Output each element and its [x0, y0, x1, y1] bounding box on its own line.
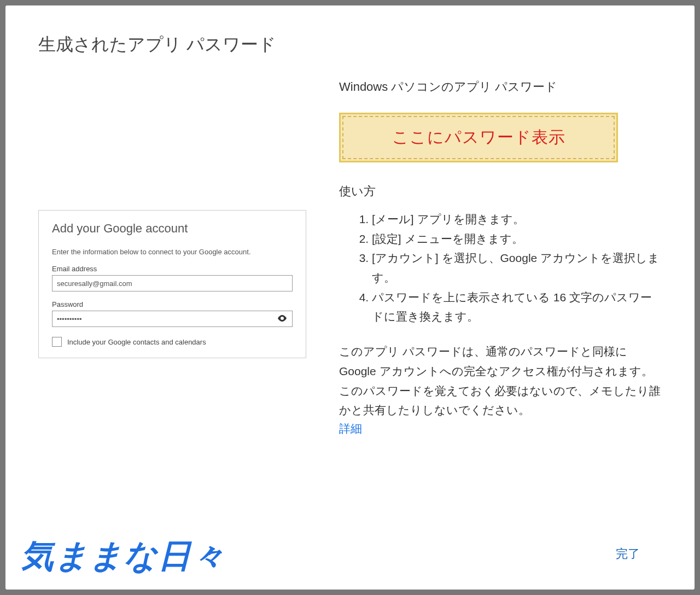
step-item: パスワードを上に表示されている 16 文字のパスワードに置き換えます。	[372, 288, 662, 326]
left-column: Add your Google account Enter the inform…	[38, 79, 306, 436]
step-item: [アカウント] を選択し、Google アカウントを選択します。	[372, 248, 662, 287]
email-label: Email address	[52, 265, 293, 273]
email-field-group: Email address	[52, 265, 293, 291]
steps-list: [メール] アプリを開きます。 [設定] メニューを開きます。 [アカウント] …	[339, 209, 662, 326]
password-display-text: ここにパスワード表示	[392, 128, 565, 146]
watermark-text: 気ままな日々	[21, 534, 226, 579]
password-input[interactable]	[52, 311, 293, 327]
eye-icon[interactable]	[277, 314, 287, 324]
subheading: Windows パソコンのアプリ パスワード	[339, 79, 662, 95]
detail-link[interactable]: 詳細	[339, 422, 362, 435]
password-display-box: ここにパスワード表示	[339, 113, 618, 162]
include-contacts-row[interactable]: Include your Google contacts and calenda…	[52, 337, 293, 347]
email-input[interactable]	[52, 275, 293, 291]
google-account-card: Add your Google account Enter the inform…	[38, 210, 306, 358]
password-label: Password	[52, 300, 293, 308]
done-button[interactable]: 完了	[616, 546, 640, 562]
password-input-wrap	[52, 311, 293, 327]
step-item: [メール] アプリを開きます。	[372, 209, 662, 229]
card-subtitle: Enter the information below to connect t…	[52, 248, 293, 256]
note-text: このアプリ パスワードは、通常のパスワードと同様に Google アカウントへの…	[339, 342, 662, 420]
step-item: [設定] メニューを開きます。	[372, 229, 662, 249]
checkbox-label: Include your Google contacts and calenda…	[67, 338, 206, 346]
page-title: 生成されたアプリ パスワード	[38, 33, 662, 57]
password-field-group: Password	[52, 300, 293, 327]
content-wrapper: Add your Google account Enter the inform…	[38, 79, 662, 436]
card-title: Add your Google account	[52, 221, 293, 236]
checkbox-icon[interactable]	[52, 337, 62, 347]
app-password-modal: 生成されたアプリ パスワード Add your Google account E…	[5, 5, 695, 590]
right-column: Windows パソコンのアプリ パスワード ここにパスワード表示 使い方 [メ…	[339, 79, 662, 436]
usage-title: 使い方	[339, 183, 662, 200]
